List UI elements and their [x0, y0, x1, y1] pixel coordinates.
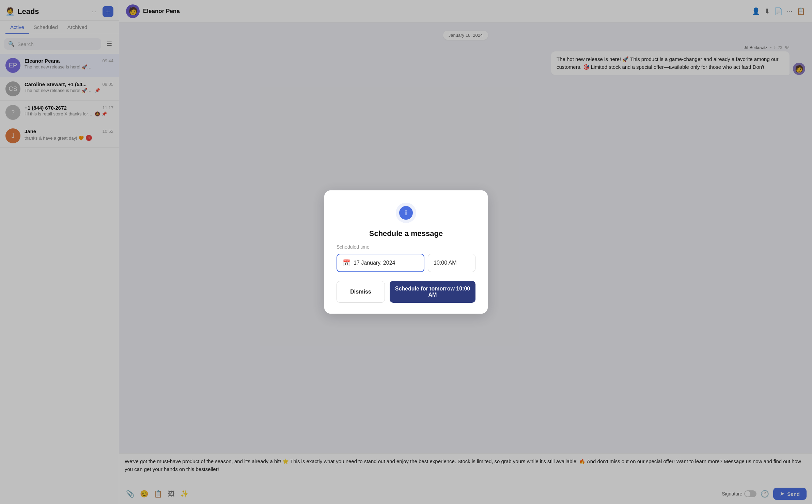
modal-icon-circle: i: [396, 203, 416, 223]
calendar-icon: 📅: [343, 259, 350, 267]
modal-actions: Dismiss Schedule for tomorrow 10:00 AM: [337, 281, 475, 303]
modal-time-input[interactable]: 10:00 AM: [428, 254, 475, 272]
modal-overlay[interactable]: i Schedule a message Scheduled time 📅 17…: [0, 0, 812, 504]
modal-time-value: 10:00 AM: [434, 260, 457, 266]
info-icon: i: [405, 209, 407, 217]
modal-date-value: 17 January, 2024: [354, 260, 395, 266]
modal-title: Schedule a message: [369, 229, 443, 238]
dismiss-button[interactable]: Dismiss: [337, 281, 385, 303]
modal-fields: Scheduled time 📅 17 January, 2024 10:00 …: [337, 244, 475, 272]
schedule-button[interactable]: Schedule for tomorrow 10:00 AM: [390, 281, 475, 303]
modal-icon-inner: i: [399, 206, 413, 220]
modal-field-label: Scheduled time: [337, 244, 475, 250]
schedule-modal: i Schedule a message Scheduled time 📅 17…: [324, 190, 488, 314]
modal-date-input[interactable]: 📅 17 January, 2024: [337, 254, 424, 272]
modal-inputs: 📅 17 January, 2024 10:00 AM: [337, 254, 475, 272]
